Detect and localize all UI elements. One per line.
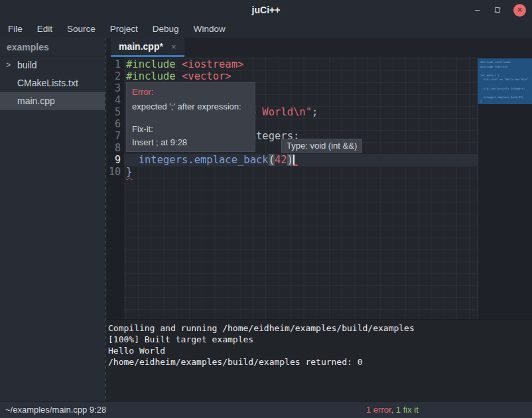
status-diagnostics: 1 error, 1 fix it — [366, 402, 419, 418]
code-line[interactable]: #include <iostream> — [124, 58, 243, 70]
fixit-title: Fix-it: — [132, 123, 249, 136]
sidebar-item-cmakelists-txt[interactable]: CMakeLists.txt — [0, 74, 105, 92]
type-tooltip: Type: void (int &&) — [281, 139, 362, 153]
status-file-location: ~/examples/main.cpp 9:28 — [5, 402, 106, 418]
minimap-line: std::vector<int> integers; — [480, 87, 532, 92]
restore-icon — [494, 7, 500, 13]
pane-separator[interactable] — [105, 38, 106, 401]
menu-window[interactable]: Window — [186, 20, 233, 38]
terminal-pane[interactable]: Compiling and running /home/eidheim/exam… — [107, 320, 532, 401]
minimap-line: } — [480, 100, 532, 104]
code-segment-paren: ) — [287, 154, 293, 166]
line-number: 1 — [107, 58, 124, 70]
line-number: 9 — [107, 154, 124, 166]
terminal-output-line: Compiling and running /home/eidheim/exam… — [108, 322, 532, 334]
text-cursor — [293, 155, 295, 165]
tab-label: main.cpp* — [119, 41, 163, 52]
tab-main-cpp[interactable]: main.cpp* × — [111, 38, 184, 57]
error-tooltip-title: Error: — [132, 85, 249, 100]
line-number: 10 — [107, 166, 124, 178]
terminal-output-line: /home/eidheim/examples/build/examples re… — [108, 356, 532, 368]
sidebar-item-build[interactable]: >build — [0, 56, 105, 74]
tooltip-spacer — [132, 114, 249, 123]
minimap-line — [480, 91, 532, 96]
status-bar: ~/examples/main.cpp 9:28 1 error, 1 fix … — [0, 401, 532, 418]
code-segment-plain — [126, 154, 139, 166]
menu-source[interactable]: Source — [60, 20, 103, 38]
error-underline-mark — [293, 165, 298, 166]
file-label: build — [17, 60, 37, 70]
code-line[interactable]: } — [124, 166, 132, 178]
code-line[interactable]: #include <vector> — [124, 70, 232, 82]
minimap-line — [480, 69, 532, 74]
window-title: juCi++ — [0, 0, 532, 20]
project-name-header: examples — [0, 38, 105, 56]
code-line[interactable]: integers.emplace_back(42) — [124, 154, 295, 166]
menu-bar: FileEditSourceProjectDebugWindow — [0, 20, 532, 38]
line-number: 6 — [107, 118, 124, 130]
line-number: 8 — [107, 142, 124, 154]
minimap-line: #include <iostream> — [480, 60, 532, 65]
menu-project[interactable]: Project — [103, 20, 145, 38]
menu-file[interactable]: File — [1, 20, 30, 38]
file-label: main.cpp — [17, 96, 55, 106]
line-number: 5 — [107, 106, 124, 118]
terminal-output-line: Hello World — [108, 345, 532, 356]
file-browser-sidebar: examples >buildCMakeLists.txtmain.cpp — [0, 38, 105, 401]
tab-strip: main.cpp* × — [107, 38, 532, 57]
minimap-line — [480, 82, 532, 87]
sidebar-item-main-cpp[interactable]: main.cpp — [0, 92, 105, 110]
file-label: CMakeLists.txt — [17, 78, 78, 88]
minimap-line: int main() { — [480, 74, 532, 78]
status-error-count: 1 error — [366, 405, 391, 415]
chevron-right-icon[interactable]: > — [6, 56, 11, 74]
error-tooltip: Error: expected ';' after expression: Fi… — [126, 82, 255, 152]
line-number: 3 — [107, 82, 124, 94]
code-segment-brace-error: } — [126, 166, 132, 178]
status-fixit-count: 1 fix it — [396, 405, 419, 415]
code-segment-preproc: #include — [126, 58, 182, 70]
minimap-line: #include <vector> — [480, 65, 532, 70]
close-button[interactable]: × — [513, 4, 526, 17]
error-tooltip-message: expected ';' after expression: — [132, 100, 249, 114]
menu-edit[interactable]: Edit — [30, 20, 60, 38]
code-segment-number: 42 — [275, 154, 287, 166]
minimap-line: integers.emplace_back(42) — [480, 96, 532, 100]
minimap[interactable]: #include <iostream>#include <vector> int… — [478, 58, 532, 104]
minimap-line: std::cout << "Hello World\n"; — [480, 78, 532, 82]
minimize-button[interactable]: – — [472, 5, 483, 16]
fixit-text: Insert ; at 9:28 — [132, 136, 249, 149]
line-number: 2 — [107, 70, 124, 82]
code-segment-string: <vector> — [182, 70, 232, 82]
code-segment-paren: ( — [269, 154, 275, 166]
terminal-output-line: [100%] Built target examples — [108, 334, 532, 345]
code-segment-string: <iostream> — [182, 58, 243, 70]
file-tree: >buildCMakeLists.txtmain.cpp — [0, 56, 105, 110]
title-bar: juCi++ – × — [0, 0, 532, 20]
line-number: 7 — [107, 130, 124, 142]
status-separator: , — [391, 405, 396, 415]
menu-debug[interactable]: Debug — [145, 20, 186, 38]
code-segment-func: integers.emplace_back — [139, 154, 269, 166]
tab-close-icon[interactable]: × — [171, 42, 176, 52]
gutter: 12345678910 — [107, 57, 124, 319]
restore-button[interactable] — [492, 5, 503, 16]
code-segment-plain: ; — [312, 106, 318, 118]
code-segment-preproc: #include — [126, 70, 182, 82]
line-number: 4 — [107, 94, 124, 106]
